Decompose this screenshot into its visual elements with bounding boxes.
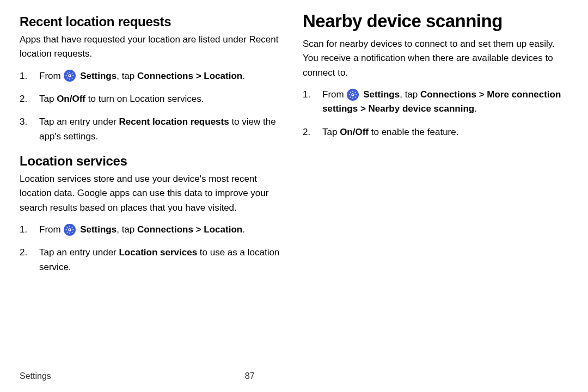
step-bold: On/Off [340,127,369,137]
list-item: Tap an entry under Recent location reque… [20,115,285,144]
step-bold: Connections [137,71,193,81]
step-text: to turn on Location services. [85,94,204,104]
recent-location-heading: Recent location requests [20,14,285,29]
step-bold: Nearby device scanning [369,103,475,114]
left-column: Recent location requests Apps that have … [20,14,285,284]
step-text: Tap an entry under [39,117,119,127]
step-bold: Settings [80,71,117,81]
location-services-steps: From Settings, tap Connections > Locatio… [20,223,285,274]
svg-point-0 [69,75,71,77]
recent-location-steps: From Settings, tap Connections > Locatio… [20,69,285,144]
step-text: , tap [117,224,137,235]
step-text: From [322,89,346,100]
step-text: From [39,224,63,235]
step-text: From [39,71,63,81]
settings-gear-icon [64,70,76,82]
chevron-icon: > [476,89,487,100]
right-column: Nearby device scanning Scan for nearby d… [303,14,568,284]
step-bold: Location [204,224,242,235]
step-bold: Settings [80,224,117,235]
list-item: From Settings, tap Connections > Locatio… [20,223,285,237]
nearby-device-body: Scan for nearby devices to connect to an… [303,37,568,80]
chevron-icon: > [358,103,368,114]
footer-section-label: Settings [20,371,51,381]
step-text: Tap an entry under [39,247,119,258]
step-bold: Connections [137,224,193,235]
step-text: , tap [117,71,137,81]
list-item: From Settings, tap Connections > Locatio… [20,69,285,83]
recent-location-body: Apps that have requested your location a… [20,33,285,62]
step-text: to enable the feature. [369,127,458,137]
location-services-body: Location services store and use your dev… [20,172,285,215]
nearby-device-steps: From Settings, tap Connections > More co… [303,88,568,139]
step-text: , tap [400,89,420,100]
list-item: Tap an entry under Location services to … [20,246,285,274]
step-text: . [242,71,245,81]
list-item: Tap On/Off to enable the feature. [303,125,568,139]
nearby-device-heading: Nearby device scanning [303,11,568,32]
step-text: Tap [39,94,57,104]
step-text: . [474,103,477,114]
location-services-heading: Location services [20,154,285,169]
settings-gear-icon [347,89,359,101]
step-bold: Recent location requests [119,117,229,127]
svg-point-1 [69,229,71,231]
step-text: . [242,224,245,235]
step-bold: Location [204,71,242,81]
step-bold: Settings [363,89,400,100]
settings-gear-icon [64,224,76,236]
svg-point-2 [352,94,354,96]
step-text: Tap [322,127,340,137]
step-bold: Connections [420,89,476,100]
list-item: From Settings, tap Connections > More co… [303,88,568,117]
page-footer: Settings 87 [20,371,568,381]
chevron-icon: > [193,224,204,235]
footer-page-number: 87 [245,371,255,381]
step-bold: On/Off [57,94,85,104]
chevron-icon: > [193,71,204,81]
step-bold: Location services [119,247,197,258]
list-item: Tap On/Off to turn on Location services. [20,92,285,106]
content-columns: Recent location requests Apps that have … [20,14,568,284]
